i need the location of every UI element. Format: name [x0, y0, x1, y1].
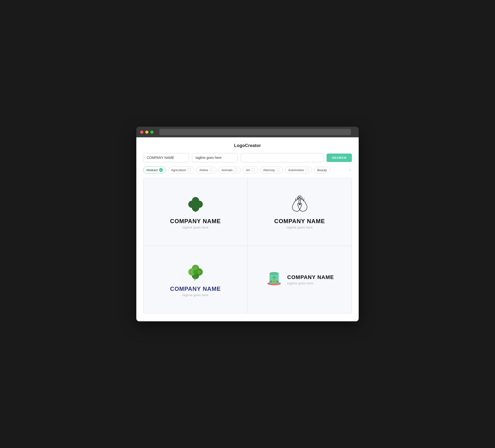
svg-line-6	[295, 198, 296, 201]
check-icon-agriculture: ✓	[187, 168, 191, 172]
filter-label-abstract: Abstract	[146, 168, 158, 172]
filter-bar: Abstract ✓ Agriculture ✓ Airline ✓ Anima…	[143, 167, 352, 173]
check-icon-attorney: ✓	[276, 168, 280, 172]
titlebar	[136, 127, 359, 137]
svg-rect-5	[195, 209, 196, 212]
filter-chip-animals[interactable]: Animals ✓	[218, 167, 241, 173]
search-button[interactable]: SEARCH	[327, 154, 352, 162]
check-icon-animals: ✓	[234, 168, 238, 172]
svg-point-24	[270, 272, 279, 275]
filter-label-automotive: Automotive	[288, 168, 304, 172]
company-name-input[interactable]	[143, 153, 189, 162]
close-button[interactable]	[140, 131, 143, 134]
logo2-tagline: tagline goes here	[286, 225, 313, 229]
check-icon-abstract: ✓	[159, 168, 163, 172]
svg-point-11	[299, 195, 301, 197]
logo-grid: COMPANY NAME tagline goes here	[143, 178, 352, 314]
logo-icon-clover-color	[186, 262, 205, 282]
filter-label-animals: Animals	[221, 168, 233, 172]
check-icon-automotive: ✓	[305, 168, 309, 172]
svg-point-4	[193, 202, 198, 207]
check-icon-airline: ✓	[209, 168, 213, 172]
app-title: LogoCreator	[143, 143, 352, 148]
filter-chip-abstract[interactable]: Abstract ✓	[143, 167, 166, 173]
filter-chip-airline[interactable]: Airline ✓	[196, 167, 216, 173]
logo-icon-hat	[265, 269, 283, 287]
filter-label-agriculture: Agriculture	[171, 168, 186, 172]
logo-card-3[interactable]: COMPANY NAME tagline goes here	[143, 246, 248, 313]
svg-point-21	[197, 270, 201, 274]
logo3-tagline: tagline goes here	[182, 293, 208, 297]
filter-chip-attorney[interactable]: Attorney ✓	[260, 167, 283, 173]
logo1-tagline: tagline goes here	[182, 225, 208, 229]
logo-card-1[interactable]: COMPANY NAME tagline goes here	[143, 178, 248, 246]
logo3-company-name: COMPANY NAME	[170, 286, 221, 292]
filter-label-beauty: Beauty	[317, 168, 327, 172]
logo4-inline-container: COMPANY NAME tagline goes here	[265, 269, 334, 291]
logo1-company-name: COMPANY NAME	[170, 218, 221, 224]
search-bar: SEARCH	[143, 153, 352, 162]
maximize-button[interactable]	[150, 131, 153, 134]
style-input[interactable]	[241, 153, 324, 162]
logo4-text-group: COMPANY NAME tagline goes here	[287, 274, 334, 285]
logo-icon-hands	[290, 195, 309, 214]
svg-point-12	[297, 196, 300, 199]
svg-rect-27	[273, 281, 275, 282]
logo2-company-name: COMPANY NAME	[274, 218, 325, 224]
filter-next-arrow[interactable]: →	[348, 168, 352, 173]
filter-chip-agriculture[interactable]: Agriculture ✓	[168, 167, 194, 173]
filter-label-art: Art	[246, 168, 250, 172]
svg-line-13	[303, 198, 304, 201]
tagline-input[interactable]	[192, 153, 238, 162]
filter-chip-automotive[interactable]: Automotive ✓	[285, 167, 312, 173]
filter-chip-beauty[interactable]: Beauty	[314, 167, 330, 173]
filter-label-attorney: Attorney	[263, 168, 275, 172]
logo-card-4[interactable]: COMPANY NAME tagline goes here	[248, 246, 352, 313]
minimize-button[interactable]	[145, 131, 148, 134]
svg-point-10	[300, 196, 302, 199]
app-window: LogoCreator SEARCH Abstract ✓ Agricultur…	[136, 127, 359, 321]
filter-chip-art[interactable]: Art ✓	[243, 167, 258, 173]
logo-card-2[interactable]: COMPANY NAME tagline goes here	[248, 178, 352, 246]
logo-icon-clover-black	[186, 195, 205, 214]
logo4-tagline: tagline goes here	[287, 281, 334, 285]
filter-label-airline: Airline	[199, 168, 208, 172]
app-content: LogoCreator SEARCH Abstract ✓ Agricultur…	[136, 137, 359, 321]
logo4-company-name: COMPANY NAME	[287, 274, 334, 280]
check-icon-art: ✓	[251, 168, 255, 172]
svg-line-14	[302, 197, 302, 200]
url-bar[interactable]	[159, 129, 351, 135]
svg-point-20	[193, 266, 197, 270]
